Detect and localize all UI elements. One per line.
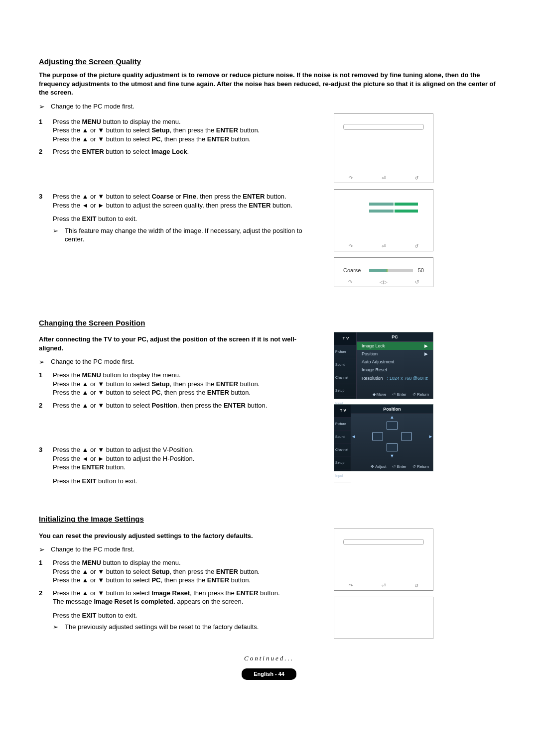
txt: Press the EXIT button to exit. <box>53 477 323 486</box>
step-number: 1 <box>39 117 53 126</box>
osd-row-image-lock: Image Lock▶ <box>357 342 433 350</box>
osd-side-channel: Channel <box>334 371 356 384</box>
txt: Press the ▲ or ▼ button to select <box>53 589 151 597</box>
osd-row-reset: Image Reset <box>357 366 433 374</box>
osd-side-picture: Picture <box>334 418 351 431</box>
step-number: 2 <box>39 589 53 598</box>
txt: Press the ◄ or ► button to adjust the H-… <box>53 454 323 463</box>
txt: Press the ▲ or ▼ button to select <box>53 193 151 200</box>
txt: , then press the <box>196 193 243 200</box>
txt: button to select <box>104 148 151 155</box>
intro-position: After connecting the TV to your PC, adju… <box>39 335 298 352</box>
txt: button to display the menu. <box>101 118 181 125</box>
txt: Press the ▲ or ▼ button to select PC, th… <box>53 388 323 397</box>
adjust-icon: ◁▷ <box>380 279 388 286</box>
figure-image-lock: ↷ ⏎ ↺ <box>334 189 433 251</box>
return-icon: ↺ <box>414 175 418 182</box>
osd-footer-enter: ⏎ Enter <box>392 392 406 398</box>
osd-row-auto: Auto Adjustment <box>357 358 433 366</box>
osd-footer-return: ↺ Return <box>412 392 429 398</box>
osd-title: PC <box>357 332 433 342</box>
tip-arrow-icon: ➢ <box>53 226 65 244</box>
osd-position: T V Picture Sound Channel Setup Input Po… <box>334 404 433 471</box>
txt-b: ENTER <box>216 126 238 134</box>
tip-arrow-icon: ➢ <box>53 623 65 632</box>
section-title-init: Initializing the Image Settings <box>39 514 499 524</box>
txt-b: MENU <box>82 118 101 125</box>
tip-arrow-icon: ➢ <box>39 102 51 111</box>
continued-label: Continued... <box>39 654 499 663</box>
osd-footer-move: ◆ Move <box>373 392 387 398</box>
osd-title: Position <box>351 405 433 414</box>
move-icon: ↷ <box>349 243 353 250</box>
tip-text: Change to the PC mode first. <box>51 102 134 111</box>
step-1: 1 Press the MENU button to display the m… <box>39 558 323 585</box>
move-icon: ↷ <box>349 582 353 589</box>
step-number: 2 <box>39 147 53 156</box>
txt-b: Coarse <box>151 193 173 200</box>
txt: Press the <box>53 148 82 155</box>
move-icon: ↷ <box>349 175 353 182</box>
figure-pc-menu: ↷ ⏎ ↺ <box>334 113 433 183</box>
osd-tv-label: T V <box>334 332 356 345</box>
osd-position-cross: ▲ ◄ ► ▼ <box>351 414 433 459</box>
txt: Press the ▲ or ▼ button to select Setup,… <box>53 380 323 389</box>
txt: button. <box>265 193 286 200</box>
return-icon: ↺ <box>415 279 419 286</box>
enter-icon: ⏎ <box>382 582 386 589</box>
tip-row: ➢ Change to the PC mode first. <box>39 545 323 554</box>
txt: The message <box>53 598 94 605</box>
txt: Press the ◄ or ► button to adjust the sc… <box>53 202 249 209</box>
osd-side-setup: Setup <box>334 384 356 397</box>
txt: appears on the screen. <box>175 598 244 605</box>
slider-coarse <box>369 203 418 206</box>
txt: button. <box>229 135 251 143</box>
step-2: 2 Press the ▲ or ▼ button to select Posi… <box>39 401 323 410</box>
step-3: 3 Press the ▲ or ▼ button to adjust the … <box>39 445 323 485</box>
txt: Press the ENTER button. <box>53 463 323 472</box>
coarse-label: Coarse <box>343 267 361 274</box>
step-number: 3 <box>39 445 53 454</box>
slider-fine <box>369 210 418 213</box>
txt-b: PC <box>151 135 160 143</box>
osd-row-position: Position▶ <box>357 350 433 358</box>
tip-text: The previously adjusted settings will be… <box>65 623 259 632</box>
osd-footer-adjust: ✥ Adjust <box>371 464 386 470</box>
txt: Press the ▲ or ▼ button to select <box>53 135 151 143</box>
return-icon: ↺ <box>414 582 418 589</box>
txt: button. <box>270 202 292 209</box>
tip-arrow-icon: ➢ <box>39 357 51 367</box>
txt-b: ENTER <box>236 589 258 597</box>
txt: button. <box>258 589 279 597</box>
enter-icon: ⏎ <box>382 243 386 250</box>
intro-quality: The purpose of the picture quality adjus… <box>39 71 499 97</box>
txt: Press the ▲ or ▼ button to select <box>53 126 151 134</box>
slider-coarse <box>369 269 413 272</box>
figure-pc-reset: ↷ ⏎ ↺ <box>334 529 433 591</box>
txt: Press the ▲ or ▼ button to select Positi… <box>53 401 323 410</box>
osd-side-channel: Channel <box>334 443 351 456</box>
step-2: 2 Press the ENTER button to select Image… <box>39 147 323 156</box>
step-1: 1 Press the MENU button to display the m… <box>39 117 323 144</box>
txt-b: Setup <box>151 126 169 134</box>
osd-footer-enter: ⏎ Enter <box>392 464 406 470</box>
txt-b: Image Reset <box>151 589 190 597</box>
txt: button to exit. <box>96 215 137 222</box>
tip-row: ➢ Change to the PC mode first. <box>39 357 323 367</box>
osd-pc-menu: T V Picture Sound Channel Setup Input PC… <box>334 332 433 399</box>
osd-side-setup: Setup <box>334 456 351 469</box>
figure-reset-complete <box>334 597 433 639</box>
txt: Press the ▲ or ▼ button to adjust the V-… <box>53 445 323 454</box>
txt: , then press the <box>161 135 207 143</box>
tip-text: Change to the PC mode first. <box>51 545 134 554</box>
fig-bar <box>343 124 424 130</box>
txt-b: Image Lock <box>151 148 187 155</box>
txt: , then press the <box>190 589 236 597</box>
txt: Press the MENU button to display the men… <box>53 558 323 567</box>
osd-row-resolution: Resolution: 1024 x 768 @60Hz <box>357 374 433 382</box>
osd-side-sound: Sound <box>334 431 351 443</box>
tip-text: Change to the PC mode first. <box>51 357 134 366</box>
figure-coarse-adjust: Coarse 50 ↷ ◁▷ ↺ <box>334 257 433 287</box>
section-title-position: Changing the Screen Position <box>39 318 499 328</box>
txt: Press the ▲ or ▼ button to select PC, th… <box>53 576 323 585</box>
